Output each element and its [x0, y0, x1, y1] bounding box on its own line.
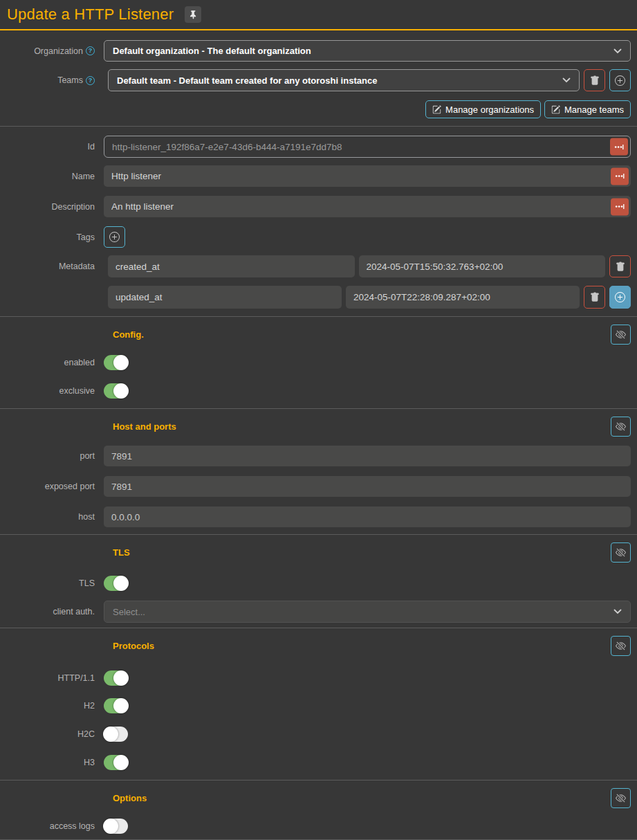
h2-toggle[interactable] [104, 698, 128, 713]
page-header: Update a HTTP Listener [0, 0, 637, 30]
organization-select[interactable]: Default organization - The default organ… [104, 40, 631, 62]
port-input[interactable] [104, 446, 631, 466]
eye-slash-icon [616, 329, 626, 340]
ellipsis-icon [614, 143, 624, 150]
metadata-row [0, 286, 637, 309]
manage-teams-button[interactable]: Manage teams [544, 100, 631, 118]
trash-icon [590, 292, 600, 302]
h2-row: H2 [0, 698, 637, 713]
h2c-label: H2C [77, 729, 95, 739]
host-ports-section-header: Host and ports [0, 417, 637, 437]
tls-section-title: TLS [113, 547, 611, 558]
tls-section-header: TLS [0, 542, 637, 563]
expression-editor-button[interactable] [611, 167, 629, 185]
name-label: Name [72, 172, 95, 181]
toggle-knob [103, 819, 118, 834]
delete-metadata-button[interactable] [584, 286, 605, 309]
h2-label: H2 [84, 701, 95, 711]
delete-metadata-button[interactable] [609, 255, 631, 277]
metadata-value-input[interactable] [359, 255, 606, 277]
options-section: Options access logs [0, 780, 637, 840]
toggle-knob [113, 383, 129, 399]
teams-select[interactable]: Default team - Default team created for … [108, 69, 580, 91]
exclusive-label: exclusive [59, 386, 95, 396]
port-row: port [0, 446, 637, 466]
chevron-down-icon [613, 48, 622, 54]
update-http-listener-page: Update a HTTP Listener Organization ? De… [0, 0, 637, 840]
tls-section: TLS TLS client auth. Select... [0, 534, 637, 628]
config-section-header: Config. [0, 325, 637, 345]
h3-toggle[interactable] [104, 755, 128, 770]
manage-teams-label: Manage teams [564, 104, 624, 115]
metadata-key-input[interactable] [108, 255, 355, 277]
collapse-section-button[interactable] [611, 788, 631, 808]
access-logs-row: access logs [0, 819, 637, 834]
organization-label: Organization [34, 46, 83, 56]
name-row: Name [0, 165, 637, 187]
http11-row: HTTP/1.1 [0, 670, 637, 686]
tags-label: Tags [77, 232, 95, 242]
page-title: Update a HTTP Listener [7, 6, 174, 24]
client-auth-label: client auth. [53, 607, 95, 617]
client-auth-select[interactable]: Select... [104, 601, 631, 623]
metadata-value-input[interactable] [346, 286, 580, 309]
collapse-section-button[interactable] [611, 636, 631, 656]
teams-select-value: Default team - Default team created for … [117, 75, 377, 86]
h2c-toggle[interactable] [104, 727, 128, 742]
organization-row: Organization ? Default organization - Th… [0, 40, 637, 62]
help-icon[interactable]: ? [86, 46, 95, 55]
plus-circle-icon [109, 232, 120, 242]
id-input[interactable] [104, 136, 630, 157]
client-auth-placeholder: Select... [113, 607, 145, 617]
host-label: host [78, 512, 95, 522]
host-input[interactable] [104, 506, 631, 527]
protocols-section: Protocols HTTP/1.1 H2 H2C [0, 628, 637, 780]
port-label: port [80, 451, 95, 461]
collapse-section-button[interactable] [611, 417, 631, 437]
metadata-key-input[interactable] [108, 286, 342, 309]
exposed-port-input[interactable] [104, 476, 631, 497]
eye-slash-icon [616, 641, 626, 651]
trash-icon [616, 262, 625, 272]
ownership-block: Organization ? Default organization - Th… [0, 30, 637, 126]
name-input[interactable] [104, 165, 631, 187]
http11-label: HTTP/1.1 [58, 673, 95, 683]
host-ports-section-title: Host and ports [113, 421, 611, 432]
teams-label: Teams [57, 75, 83, 85]
toggle-knob [113, 355, 129, 370]
exclusive-toggle[interactable] [104, 383, 128, 399]
h3-label: H3 [84, 758, 95, 767]
organization-label-wrap: Organization ? [0, 46, 104, 56]
trash-icon [590, 75, 600, 86]
add-team-button[interactable] [609, 69, 631, 91]
tags-row: Tags [0, 226, 637, 248]
toggle-knob [113, 576, 129, 591]
access-logs-toggle[interactable] [104, 819, 128, 834]
expression-editor-button[interactable] [610, 138, 628, 156]
tls-toggle[interactable] [104, 576, 128, 591]
eye-slash-icon [616, 547, 626, 558]
add-metadata-button[interactable] [609, 286, 631, 309]
description-input[interactable] [104, 196, 631, 217]
client-auth-row: client auth. Select... [0, 601, 637, 623]
teams-label-wrap: Teams ? [0, 75, 104, 85]
collapse-section-button[interactable] [611, 542, 631, 563]
enabled-toggle[interactable] [104, 355, 128, 370]
help-icon[interactable]: ? [86, 76, 95, 85]
description-label: Description [51, 202, 95, 212]
toggle-knob [103, 727, 118, 742]
manage-organizations-button[interactable]: Manage organizations [425, 100, 541, 118]
h2c-row: H2C [0, 727, 637, 742]
add-tag-button[interactable] [104, 226, 125, 248]
http11-toggle[interactable] [104, 670, 128, 686]
expression-editor-button[interactable] [611, 198, 629, 215]
delete-team-button[interactable] [584, 69, 605, 91]
config-section-title: Config. [113, 329, 611, 340]
edit-icon [551, 105, 560, 114]
metadata-label: Metadata [59, 262, 95, 271]
collapse-section-button[interactable] [611, 325, 631, 345]
tls-toggle-row: TLS [0, 576, 637, 591]
manage-buttons-row: Manage organizations Manage teams [0, 100, 637, 118]
ellipsis-icon [615, 203, 625, 210]
pin-button[interactable] [185, 6, 201, 23]
